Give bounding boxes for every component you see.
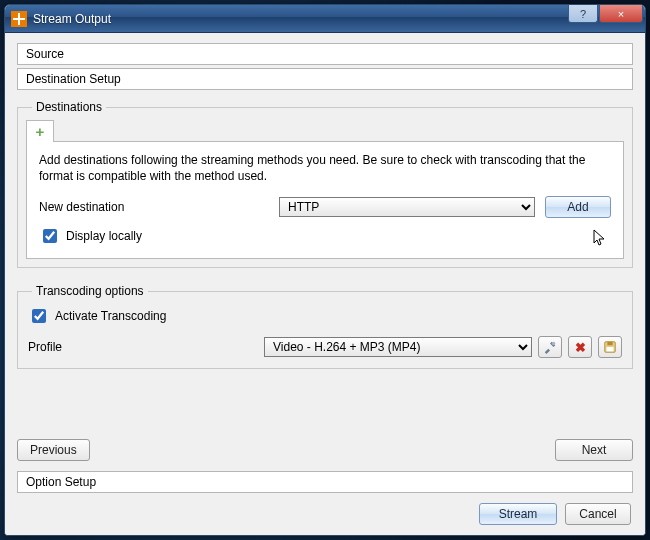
destination-method-select[interactable]: HTTP — [279, 197, 535, 217]
destinations-panel: Add destinations following the streaming… — [26, 142, 624, 259]
tools-icon — [543, 340, 557, 354]
footer: Stream Cancel — [17, 493, 633, 525]
profile-row: Profile Video - H.264 + MP3 (MP4) ✖ — [28, 336, 622, 358]
destinations-tabstrip: + — [26, 120, 624, 142]
delete-profile-button[interactable]: ✖ — [568, 336, 592, 358]
transcoding-legend: Transcoding options — [32, 284, 148, 298]
profile-label: Profile — [28, 340, 258, 354]
vlc-icon — [11, 11, 27, 27]
spacer — [17, 375, 633, 433]
svg-point-0 — [552, 342, 556, 346]
add-button[interactable]: Add — [545, 196, 611, 218]
add-destination-tab[interactable]: + — [26, 120, 54, 142]
next-button[interactable]: Next — [555, 439, 633, 461]
window-title: Stream Output — [33, 12, 111, 26]
new-destination-row: New destination HTTP Add — [39, 196, 611, 218]
activate-transcoding-label: Activate Transcoding — [55, 309, 166, 323]
help-button[interactable]: ? — [568, 5, 598, 23]
plus-icon: + — [36, 123, 45, 140]
section-destination-setup[interactable]: Destination Setup — [17, 68, 633, 90]
display-locally-checkbox[interactable] — [43, 229, 57, 243]
svg-rect-2 — [607, 342, 612, 346]
close-button[interactable]: × — [599, 5, 643, 23]
display-locally-label: Display locally — [66, 229, 142, 243]
activate-transcoding-checkbox[interactable] — [32, 309, 46, 323]
destinations-legend: Destinations — [32, 100, 106, 114]
titlebar[interactable]: Stream Output ? × — [5, 5, 645, 33]
stream-button[interactable]: Stream — [479, 503, 557, 525]
previous-button[interactable]: Previous — [17, 439, 90, 461]
nav-row: Previous Next — [17, 439, 633, 461]
new-destination-label: New destination — [39, 200, 269, 214]
window-buttons: ? × — [567, 5, 643, 23]
section-source[interactable]: Source — [17, 43, 633, 65]
destinations-group: Destinations + Add destinations followin… — [17, 100, 633, 268]
stream-output-window: Stream Output ? × Source Destination Set… — [4, 4, 646, 536]
section-option-setup[interactable]: Option Setup — [17, 471, 633, 493]
client-area: Source Destination Setup Destinations + … — [5, 33, 645, 535]
save-icon — [603, 340, 617, 354]
profile-select[interactable]: Video - H.264 + MP3 (MP4) — [264, 337, 532, 357]
cancel-button[interactable]: Cancel — [565, 503, 631, 525]
transcoding-group: Transcoding options Activate Transcoding… — [17, 284, 633, 369]
edit-profile-button[interactable] — [538, 336, 562, 358]
svg-rect-3 — [607, 347, 614, 351]
display-locally-row: Display locally — [39, 226, 611, 246]
destinations-description: Add destinations following the streaming… — [39, 152, 611, 184]
save-profile-button[interactable] — [598, 336, 622, 358]
activate-transcoding-row: Activate Transcoding — [28, 306, 622, 326]
